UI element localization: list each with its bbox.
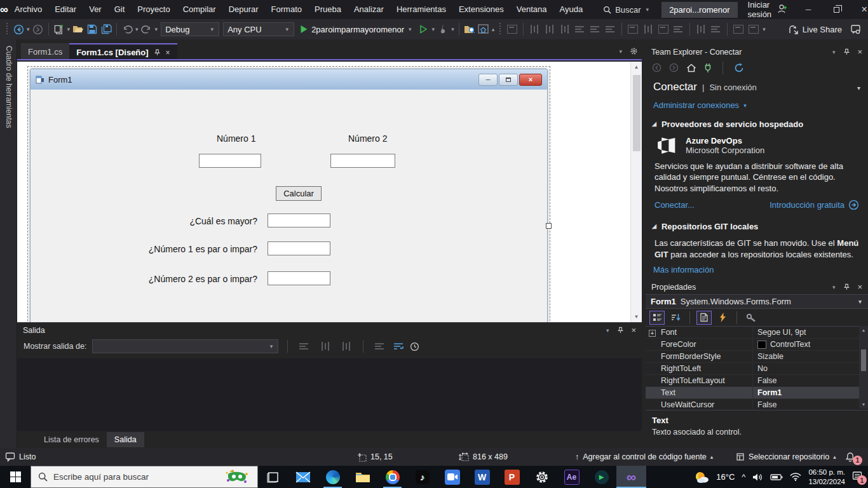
menu-editar[interactable]: Editar	[48, 0, 83, 19]
output-content[interactable]	[17, 358, 642, 431]
forms-designer-surface[interactable]: Form1 ─ × Número 1 Número 2 Calcular	[17, 62, 642, 322]
start-button[interactable]	[0, 466, 31, 488]
pin-icon[interactable]	[154, 49, 161, 56]
find-in-files-icon[interactable]	[463, 22, 477, 37]
new-project-icon[interactable]	[52, 22, 66, 37]
close-panel-icon[interactable]: ×	[857, 47, 862, 57]
menu-extensiones[interactable]: Extensiones	[452, 0, 510, 19]
categorized-view-button[interactable]	[649, 311, 665, 325]
find-message-icon[interactable]	[299, 342, 309, 351]
form-client-area[interactable]: Número 1 Número 2 Calcular ¿Cuál es mayo…	[31, 90, 547, 322]
property-value[interactable]: Form1	[752, 387, 859, 398]
property-row-usewaitcursor[interactable]: UseWaitCursor False	[646, 399, 859, 409]
scrollbar-thumb[interactable]	[633, 75, 641, 151]
run-dropdown-icon[interactable]: ▾	[407, 26, 413, 32]
feedback-bubble-icon[interactable]	[5, 452, 15, 462]
events-view-button[interactable]	[715, 311, 730, 325]
taskbar-tiktok-icon[interactable]: ♪	[407, 466, 437, 488]
toolbox-tab[interactable]: Cuadro de herramientas	[0, 39, 13, 128]
size-to-grid-icon[interactable]	[674, 25, 684, 34]
temperature-label[interactable]: 16°C	[716, 472, 735, 482]
close-panel-icon[interactable]: ×	[857, 282, 862, 292]
align-centers-icon[interactable]	[545, 25, 555, 34]
solution-platform-dropdown[interactable]: Any CPU ▾	[223, 22, 294, 36]
par-impar2-textbox[interactable]	[268, 271, 330, 285]
property-row-font[interactable]: +Font Segoe UI, 9pt	[646, 327, 859, 339]
taskbar-aftereffects-icon[interactable]: Ae	[557, 466, 587, 488]
designer-vertical-scrollbar[interactable]: ▲ ▼	[630, 62, 642, 322]
horizontal-spacing-icon[interactable]	[696, 25, 706, 34]
property-value[interactable]: Sizable	[752, 351, 859, 362]
document-list-icon[interactable]: ▾	[618, 48, 623, 55]
scroll-down-icon[interactable]: ▼	[862, 400, 866, 409]
scrollbar-thumb[interactable]	[861, 349, 866, 371]
property-pages-button[interactable]	[743, 311, 759, 325]
window-dropdown-icon[interactable]: ▴	[491, 26, 496, 32]
window-position-icon[interactable]: ▾	[605, 327, 611, 334]
pin-icon[interactable]	[617, 327, 624, 334]
align-middles-icon[interactable]	[590, 25, 600, 34]
property-row-righttoleftlayout[interactable]: RightToLeftLayout False	[646, 375, 859, 387]
property-value[interactable]: False	[752, 399, 859, 409]
redo-dropdown-icon[interactable]: ▾	[154, 26, 159, 32]
taskbar-media-app-icon[interactable]: ▶	[587, 466, 616, 488]
start-dropdown-icon[interactable]: ▾	[431, 26, 437, 32]
expand-icon[interactable]: +	[649, 330, 656, 337]
daily-doodle-mask-icon[interactable]	[226, 469, 248, 485]
conectar-link[interactable]: Conectar...	[654, 200, 695, 210]
taskbar-search-input[interactable]: Escribe aquí para buscar	[31, 466, 258, 488]
property-row-text[interactable]: Text Form1	[646, 387, 859, 399]
menu-ventana[interactable]: Ventana	[510, 0, 553, 19]
save-icon[interactable]	[85, 22, 99, 37]
restore-button[interactable]	[822, 0, 850, 19]
alphabetical-sort-button[interactable]	[668, 311, 683, 325]
property-value[interactable]: Segoe UI, 9pt	[752, 327, 859, 338]
scroll-down-icon[interactable]: ▼	[634, 311, 639, 322]
add-account-icon[interactable]	[776, 3, 788, 17]
property-value[interactable]: No	[752, 363, 859, 374]
sign-in-link[interactable]: Iniciar sesión	[748, 0, 772, 19]
form-resize-handle[interactable]	[546, 223, 552, 229]
introduccion-gratuita-link[interactable]: Introducción gratuita	[770, 200, 859, 210]
home-window-icon[interactable]	[477, 22, 491, 37]
properties-scrollbar[interactable]: ▲ ▼	[859, 326, 868, 409]
section-dropdown-icon[interactable]: ▾	[857, 85, 860, 92]
taskbar-zoom-icon[interactable]	[437, 466, 467, 488]
close-button[interactable]: ×	[850, 0, 868, 19]
back-icon[interactable]	[652, 63, 661, 72]
calcular-button[interactable]: Calcular	[276, 186, 322, 201]
tab-lista-de-errores[interactable]: Lista de errores	[36, 432, 107, 447]
minimize-button[interactable]: ─	[794, 0, 822, 19]
make-same-size-icon[interactable]	[658, 25, 668, 34]
make-same-height-icon[interactable]	[643, 25, 653, 34]
tab-form1-cs[interactable]: Form1.cs	[21, 43, 69, 60]
menu-ver[interactable]: Ver	[83, 0, 108, 19]
form-maximize-button[interactable]	[499, 74, 518, 86]
feedback-icon[interactable]	[851, 25, 862, 34]
action-center-button[interactable]: 1	[852, 471, 863, 483]
search-dropdown-icon[interactable]: ▾	[645, 6, 651, 13]
hosted-providers-section[interactable]: ◢ Proveedores de servicio hospedado	[646, 114, 868, 132]
gear-icon[interactable]	[630, 47, 638, 55]
pin-icon[interactable]	[843, 48, 850, 55]
taskbar-mail-icon[interactable]	[288, 466, 318, 488]
taskbar-visual-studio-icon[interactable]: ∞	[616, 466, 646, 488]
back-dropdown-icon[interactable]: ▾	[25, 26, 31, 32]
par-impar1-textbox[interactable]	[268, 241, 330, 255]
task-view-button[interactable]	[258, 466, 288, 488]
form-close-button[interactable]: ×	[519, 74, 542, 86]
menu-formato[interactable]: Formato	[265, 0, 308, 19]
taskbar-file-explorer-icon[interactable]	[348, 466, 377, 488]
notifications-bell[interactable]: 1	[845, 448, 862, 466]
team-explorer-header[interactable]: Team Explorer - Conectar ▾ ×	[646, 44, 868, 59]
undo-icon[interactable]	[120, 22, 134, 37]
bring-to-front-icon[interactable]	[733, 25, 743, 34]
open-folder-icon[interactable]	[71, 22, 85, 37]
menu-depurar[interactable]: Depurar	[222, 0, 265, 19]
object-selector-dropdown[interactable]: Form1 System.Windows.Forms.Form ▾	[646, 294, 868, 309]
start-debugging-button[interactable]: 2paroimparmayoromenor ▾	[300, 25, 412, 34]
toolbar-overflow-icon[interactable]: ▾	[761, 26, 767, 32]
align-tops-icon[interactable]	[575, 25, 585, 34]
close-tab-icon[interactable]: ×	[166, 48, 170, 57]
align-to-grid-icon[interactable]	[507, 25, 517, 34]
